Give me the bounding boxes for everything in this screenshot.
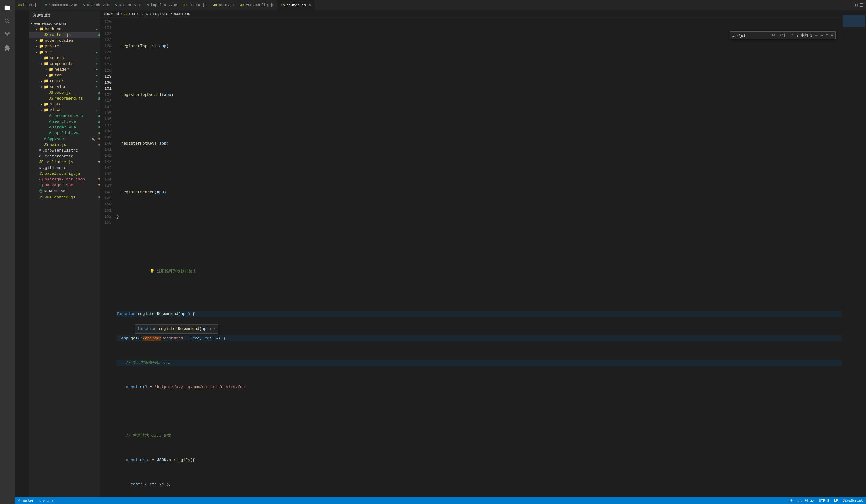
whole-word-button[interactable]: Ab|	[778, 33, 787, 37]
language-mode[interactable]: JavaScript	[843, 499, 863, 503]
split-editor-icon[interactable]: ⊟	[855, 2, 858, 8]
js-icon: JS	[281, 4, 285, 7]
errors-indicator[interactable]: ⚠ 0 △ 0	[39, 499, 53, 503]
search-next-button[interactable]: →	[820, 33, 823, 38]
sidebar-item-app-vue[interactable]: ▸ V App.vue 5, M	[29, 136, 100, 142]
search-select-all-button[interactable]: ≡	[825, 34, 829, 37]
tree-item-label: search.vue	[52, 119, 97, 124]
expand-arrow: ▾	[34, 50, 39, 54]
status-dot: ●	[96, 74, 98, 77]
status-dot: ●	[96, 28, 98, 31]
tab-label: main.js	[219, 3, 234, 7]
vue-icon: V	[115, 3, 117, 7]
sidebar-item-src[interactable]: ▾ 📁 src ●	[29, 49, 100, 55]
sidebar-item-singer-vue[interactable]: ▸ V singer.vue U	[29, 125, 100, 130]
sidebar-item-assets[interactable]: ▸ 📁 assets ●	[29, 55, 100, 61]
search-prev-button[interactable]: ←	[814, 33, 818, 38]
hover-tooltip: function registerRecommend(app) {	[135, 324, 219, 334]
tab-singer-vue[interactable]: V singer.vue	[112, 0, 144, 11]
sidebar-item-gitignore[interactable]: ▸ ⊙ .gitignore	[29, 165, 100, 171]
vue-icon: V	[147, 3, 149, 7]
search-icon[interactable]	[2, 16, 13, 27]
js-icon: JS	[184, 3, 187, 7]
folder-icon: 📁	[44, 108, 48, 112]
tab-vue-config-js[interactable]: JS vue.config.js	[237, 0, 278, 11]
explorer-icon[interactable]	[2, 2, 13, 13]
tree-item-label: store	[50, 102, 100, 106]
sidebar-item-router-js[interactable]: ▾ JS router.js U	[29, 32, 100, 38]
tab-main-js[interactable]: JS main.js	[210, 0, 237, 11]
sidebar-item-store[interactable]: ▸ 📁 store	[29, 101, 100, 107]
sidebar-item-recommend-js[interactable]: ▸ JS recommend.js U	[29, 95, 100, 101]
tab-close-icon[interactable]: ×	[309, 3, 311, 8]
sidebar-item-vue-config[interactable]: ▸ JS vue.config.js U	[29, 194, 100, 200]
tree-item-label: node_modules	[45, 38, 100, 43]
tab-bar: JS base.js V recommend.vue V search.vue …	[15, 0, 866, 11]
sidebar-item-base-js[interactable]: ▸ JS base.js U	[29, 90, 100, 95]
badge-u: U	[98, 91, 100, 95]
code-line: app.get('/api/getRecommend', (req, res) …	[116, 335, 842, 342]
sidebar-item-service[interactable]: ▾ 📁 service ●	[29, 84, 100, 90]
vue-file-icon: V	[49, 119, 51, 124]
badge-u: U	[98, 114, 100, 118]
tab-recommend-vue[interactable]: V recommend.vue	[42, 0, 80, 11]
code-editor[interactable]: 120 121 122 123 124 125 126 127 128 129 …	[100, 18, 842, 497]
sidebar-item-header[interactable]: ▸ 📁 header ●	[29, 67, 100, 72]
tab-label: base.js	[23, 3, 38, 7]
search-close-button[interactable]: ×	[830, 33, 833, 38]
line-ending[interactable]: LF	[834, 499, 838, 503]
sidebar-item-eslintrc[interactable]: ▸ JS .eslintrc.js M	[29, 159, 100, 165]
sidebar-item-main-js[interactable]: ▸ JS main.js M	[29, 142, 100, 148]
tree-item-label: assets	[50, 56, 96, 60]
status-dot: ●	[96, 62, 98, 65]
tab-top-list-vue[interactable]: V top-list.vue	[144, 0, 180, 11]
tab-router-js[interactable]: JS router.js ×	[278, 0, 314, 11]
sidebar-item-public[interactable]: ▸ 📁 public	[29, 44, 100, 49]
folder-icon: 📁	[44, 56, 48, 60]
sidebar-item-readme[interactable]: ▸ ⓜ README.md	[29, 188, 100, 194]
breadcrumb-backend[interactable]: backend	[103, 12, 119, 16]
sidebar-item-views[interactable]: ▾ 📁 views ●	[29, 107, 100, 113]
extensions-icon[interactable]	[2, 43, 13, 54]
sidebar-item-recommend-vue[interactable]: ▸ V recommend.vue U	[29, 113, 100, 119]
sidebar-item-top-list-vue[interactable]: ▸ V top-list.vue U	[29, 130, 100, 136]
sidebar-item-package-lock[interactable]: ▸ {} package-lock.json M	[29, 176, 100, 182]
sidebar-item-babel-config[interactable]: ▸ JS babel.config.js	[29, 171, 100, 176]
badge-u: U	[98, 97, 100, 101]
sidebar-item-package-json[interactable]: ▸ {} package.json M	[29, 182, 100, 188]
status-dot: ●	[96, 51, 98, 54]
tab-index-js[interactable]: JS index.js	[180, 0, 210, 11]
sidebar-item-search-vue[interactable]: ▸ V search.vue U	[29, 119, 100, 125]
breadcrumb-router-js[interactable]: router.js	[129, 12, 148, 16]
git-branch[interactable]: ⑂ master	[18, 499, 34, 503]
tab-base-js[interactable]: JS base.js	[15, 0, 42, 11]
tab-search-vue[interactable]: V search.vue	[80, 0, 112, 11]
sidebar-item-components[interactable]: ▾ 📁 components ●	[29, 61, 100, 67]
more-actions-icon[interactable]: ☰	[859, 2, 864, 8]
expand-arrow: ▸	[39, 103, 44, 106]
tree-item-label: router.js	[49, 33, 97, 37]
match-case-button[interactable]: Aa	[770, 33, 777, 37]
regex-button[interactable]: .*	[788, 33, 795, 37]
sidebar-item-node-modules[interactable]: ▸ 📁 node_modules	[29, 38, 100, 44]
code-line: comm: { ct: 24 },	[116, 481, 842, 488]
sidebar-item-tab[interactable]: ▸ 📁 tab ●	[29, 72, 100, 78]
folder-icon: 📁	[49, 67, 53, 72]
sidebar-item-browserslistrc[interactable]: ▸ ≡ .browserslistrc	[29, 148, 100, 153]
sidebar-item-router[interactable]: ▸ 📁 router ●	[29, 78, 100, 84]
badge-u: U	[98, 131, 100, 135]
cursor-position: 行 131, 列 33	[789, 499, 814, 503]
js-icon: JS	[18, 3, 22, 7]
tree-root[interactable]: ▾ VUE-MUSIC-CREATE	[29, 21, 100, 26]
git-icon[interactable]	[2, 29, 13, 40]
badge-m: M	[98, 143, 100, 147]
code-line	[116, 165, 842, 171]
status-dot: ●	[96, 108, 98, 111]
badge-m: 5, M	[92, 137, 100, 141]
encoding[interactable]: UTF-8	[819, 499, 829, 503]
expand-arrow: ▸	[44, 74, 49, 77]
search-input[interactable]	[732, 33, 769, 38]
sidebar-item-editorconfig[interactable]: ▸ ⚙ .editorconfig	[29, 153, 100, 159]
breadcrumb-register-recommend[interactable]: registerRecommend	[153, 12, 190, 16]
sidebar-item-backend[interactable]: ▾ 📁 backend ●	[29, 26, 100, 32]
